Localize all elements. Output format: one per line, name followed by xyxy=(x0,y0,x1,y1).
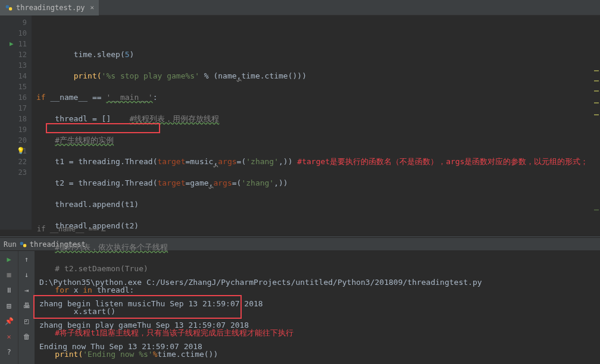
run-toolbar-left: ▶ ■ ⏸ ▤ 📌 ✕ ? xyxy=(0,251,18,364)
close-icon[interactable]: ✕ xyxy=(90,4,95,11)
layout-icon[interactable]: ▤ xyxy=(4,301,14,310)
trash-icon[interactable]: 🗑 xyxy=(22,332,32,341)
line-number: 18 xyxy=(0,114,27,124)
red-annotation-box xyxy=(33,295,242,319)
rerun-icon[interactable]: ▶ xyxy=(4,255,14,264)
run-panel: ▶ ■ ⏸ ▤ 📌 ✕ ? ↑ ↓ ⇥ 🖶 ◰ 🗑 D:\Python35\py… xyxy=(0,251,600,364)
file-tab[interactable]: threadingtest.py ✕ xyxy=(0,0,99,15)
svg-rect-3 xyxy=(23,244,26,247)
line-number: 13 xyxy=(0,60,27,71)
svg-rect-0 xyxy=(6,5,9,8)
soft-wrap-icon[interactable]: ⇥ xyxy=(22,285,32,295)
run-line-icon[interactable]: ▶ xyxy=(10,39,14,49)
line-number: 20 xyxy=(0,135,27,146)
scroll-up-icon[interactable]: ↑ xyxy=(22,255,32,264)
close-panel-icon[interactable]: ✕ xyxy=(4,332,14,341)
console-line: zhang begin play gameThu Sep 13 21:59:07… xyxy=(39,320,598,331)
line-number: 17 xyxy=(0,103,27,114)
run-toolbar-inner: ↑ ↓ ⇥ 🖶 ◰ 🗑 xyxy=(18,251,35,364)
python-file-icon xyxy=(5,4,13,12)
editor: ▶ 💡 9 10 11 12 13 14 15 16 17 18 19 20 2… xyxy=(0,15,600,236)
line-number: 9 xyxy=(0,17,27,28)
scroll-down-icon[interactable]: ↓ xyxy=(22,270,32,280)
console-output[interactable]: D:\Python35\python.exe C:/Users/ZhangJ/P… xyxy=(35,251,600,364)
breadcrumb[interactable]: if __name__ == … xyxy=(37,225,106,233)
stop-icon[interactable]: ■ xyxy=(4,270,14,280)
line-number: 19 xyxy=(0,124,27,135)
red-annotation-box xyxy=(46,123,160,133)
svg-rect-2 xyxy=(20,241,23,244)
help-icon[interactable]: ? xyxy=(4,347,14,357)
python-file-icon xyxy=(19,240,27,249)
line-number: 15 xyxy=(0,81,27,92)
editor-scrollbar[interactable] xyxy=(594,31,599,248)
line-number: 22 xyxy=(0,156,27,167)
console-line: Ending now Thu Sep 13 21:59:07 2018 xyxy=(39,341,598,352)
line-number: 16 xyxy=(0,92,27,103)
line-number: 23 xyxy=(0,167,27,178)
svg-rect-1 xyxy=(9,7,12,10)
print-icon[interactable]: 🖶 xyxy=(22,301,32,310)
tab-bar: threadingtest.py ✕ xyxy=(0,0,600,15)
line-number: 12 xyxy=(0,49,27,60)
code-area[interactable]: time.sleep(5) print('%s stop play game%s… xyxy=(32,15,600,230)
tab-filename: threadingtest.py xyxy=(16,4,85,12)
clear-icon[interactable]: ◰ xyxy=(22,316,32,326)
run-label: Run xyxy=(4,240,17,249)
line-number: 14 xyxy=(0,71,27,81)
pause-icon[interactable]: ⏸ xyxy=(4,285,14,295)
console-line: D:\Python35\python.exe C:/Users/ZhangJ/P… xyxy=(39,277,598,288)
line-number: 10 xyxy=(0,28,27,39)
line-gutter: ▶ 💡 9 10 11 12 13 14 15 16 17 18 19 20 2… xyxy=(0,15,32,230)
pin-icon[interactable]: 📌 xyxy=(4,316,14,326)
intention-bulb-icon[interactable]: 💡 xyxy=(17,146,25,156)
